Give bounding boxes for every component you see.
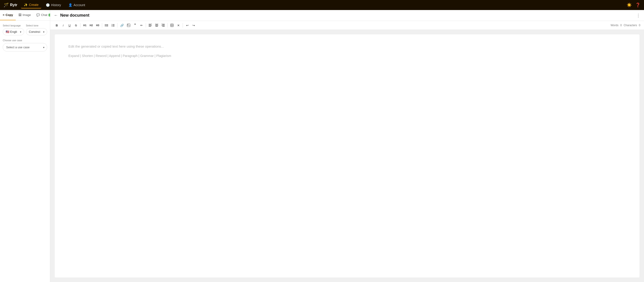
align-right-button[interactable] [160, 22, 166, 28]
sidebar-tabs: ≡ Copy 🖼 Image 💬 Chat new [0, 10, 50, 20]
editor-placeholder: Edit the generated or copied text here u… [68, 43, 626, 49]
svg-rect-3 [106, 25, 108, 26]
svg-rect-16 [149, 25, 152, 26]
editor-body[interactable]: Edit the generated or copied text here u… [55, 34, 640, 278]
align-center-icon [155, 24, 158, 27]
main-editor: ← New document ⋮ B i U S H1 H2 H3 [50, 10, 644, 282]
more-options-button[interactable]: ⋮ [636, 13, 640, 18]
toolbar-sep-6 [183, 23, 183, 27]
brand-logo[interactable]: 🪄 Rytr [4, 2, 17, 7]
h3-button[interactable]: H3 [95, 22, 100, 28]
app-layout: ≡ Copy 🖼 Image 💬 Chat new Select languag… [0, 10, 644, 282]
table-button[interactable] [169, 22, 175, 28]
chars-count: 0 [639, 24, 640, 27]
clear-format-button[interactable]: ✕ [175, 22, 181, 28]
nav-create[interactable]: ✨ Create [21, 1, 41, 8]
highlight-button[interactable]: ✏ [138, 22, 144, 28]
quote-button[interactable]: " [132, 22, 138, 28]
image-toolbar-icon [127, 24, 130, 27]
link-button[interactable]: 🔗 [119, 22, 125, 28]
italic-button[interactable]: i [60, 22, 66, 28]
theme-icon[interactable]: ☀️ [627, 2, 632, 7]
tab-chat-label: Chat [41, 13, 47, 17]
ol-icon: 1. 2. 3. [111, 24, 114, 27]
align-left-icon [149, 24, 152, 27]
nav-account-label: Account [74, 3, 85, 7]
help-icon[interactable]: ❓ [635, 2, 640, 7]
h2-button[interactable]: H2 [88, 22, 94, 28]
nav-history-label: History [51, 3, 61, 7]
word-char-count: Words 0 Characters 0 [610, 24, 640, 27]
header-right: ⋮ [636, 13, 640, 18]
svg-rect-17 [149, 26, 151, 27]
use-case-group: Choose use case Select a use case ▼ [3, 39, 47, 51]
svg-point-13 [128, 24, 128, 25]
account-icon: 👤 [68, 3, 72, 7]
toolbar-sep-3 [117, 23, 118, 27]
svg-rect-1 [106, 24, 108, 25]
doc-title-area: ← New document [54, 13, 90, 18]
underline-button[interactable]: U [66, 22, 72, 28]
svg-rect-11 [112, 26, 114, 27]
h1-button[interactable]: H1 [82, 22, 88, 28]
svg-rect-9 [112, 25, 114, 26]
nav-account[interactable]: 👤 Account [66, 2, 88, 8]
svg-rect-7 [112, 24, 114, 25]
tab-image[interactable]: 🖼 Image [16, 10, 34, 20]
align-right-icon [162, 24, 165, 27]
copy-tab-icon: ≡ [3, 13, 4, 17]
bold-button[interactable]: B [54, 22, 60, 28]
tab-image-label: Image [22, 13, 31, 17]
use-case-label: Choose use case [3, 39, 47, 42]
svg-rect-20 [155, 25, 158, 26]
svg-text:3.: 3. [111, 25, 112, 27]
chars-label: Characters [624, 24, 637, 27]
strikethrough-button[interactable]: S [73, 22, 79, 28]
editor-header: ← New document ⋮ [50, 10, 644, 21]
align-center-button[interactable] [154, 22, 160, 28]
history-icon: 🕐 [46, 3, 50, 7]
svg-rect-23 [162, 25, 165, 25]
svg-rect-22 [162, 24, 165, 24]
toolbar-sep-2 [102, 23, 102, 27]
ul-icon [105, 24, 108, 27]
nav-right-actions: ☀️ ❓ [627, 2, 640, 7]
navbar: 🪄 Rytr ✨ Create 🕐 History 👤 Account ☀️ ❓ [0, 0, 644, 10]
tone-select-wrapper: Convincing ▼ [26, 28, 48, 35]
back-button[interactable]: ← [54, 13, 58, 18]
ordered-list-button[interactable]: 1. 2. 3. [110, 22, 116, 28]
use-case-select[interactable]: Select a use case [3, 43, 47, 51]
tab-copy[interactable]: ≡ Copy [0, 10, 16, 20]
nav-create-label: Create [29, 3, 38, 6]
svg-rect-24 [162, 25, 165, 26]
brand-name: Rytr [10, 3, 17, 7]
svg-rect-5 [106, 26, 108, 26]
svg-point-4 [105, 26, 106, 26]
svg-point-2 [105, 25, 106, 26]
unordered-list-button[interactable] [104, 22, 110, 28]
undo-button[interactable]: ↩ [184, 22, 190, 28]
svg-rect-15 [149, 25, 151, 25]
svg-rect-25 [162, 26, 165, 27]
svg-rect-19 [156, 25, 158, 25]
brand-icon: 🪄 [4, 2, 9, 7]
redo-button[interactable]: ↪ [191, 22, 196, 28]
svg-point-0 [105, 24, 106, 25]
tone-select[interactable]: Convincing [26, 28, 48, 35]
toolbar-sep-4 [146, 23, 146, 27]
image-button[interactable] [126, 22, 132, 28]
image-tab-icon: 🖼 [18, 13, 22, 17]
nav-history[interactable]: 🕐 History [43, 2, 64, 8]
language-select[interactable]: 🇺🇸 English [3, 28, 24, 35]
words-label: Words [610, 24, 618, 27]
use-case-select-wrapper: Select a use case ▼ [3, 43, 47, 51]
toolbar-sep-1 [80, 23, 80, 27]
words-count: 0 [620, 24, 622, 27]
svg-rect-14 [149, 24, 152, 24]
language-tone-row: Select language 🇺🇸 English ▼ Select tone… [3, 24, 47, 35]
chat-tab-icon: 💬 [36, 13, 40, 17]
svg-rect-21 [156, 26, 158, 27]
editor-toolbar: B i U S H1 H2 H3 1. [50, 21, 644, 30]
language-select-wrapper: 🇺🇸 English ▼ [3, 28, 24, 35]
align-left-button[interactable] [147, 22, 153, 28]
